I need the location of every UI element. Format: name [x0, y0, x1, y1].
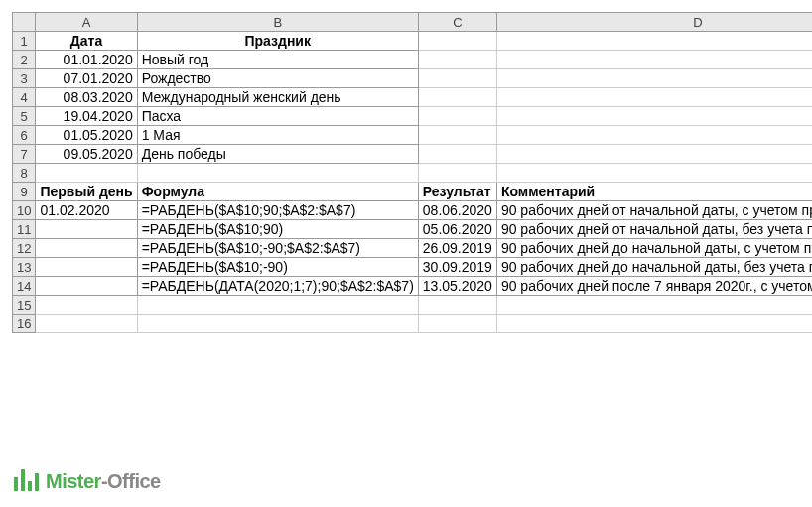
cell[interactable]: 05.06.2020	[418, 220, 496, 239]
cell[interactable]	[496, 145, 812, 164]
cell[interactable]: Новый год	[137, 51, 418, 69]
row-header[interactable]: 12	[13, 239, 36, 258]
cell[interactable]: =РАБДЕНЬ(ДАТА(2020;1;7);90;$A$2:$A$7)	[137, 277, 418, 296]
table-row: 11 =РАБДЕНЬ($A$10;90) 05.06.2020 90 рабо…	[13, 220, 813, 239]
table-row: 15	[13, 296, 813, 315]
row-header[interactable]: 3	[13, 69, 36, 88]
cell[interactable]: 13.05.2020	[418, 277, 496, 296]
logo-bars-icon	[14, 469, 39, 491]
cell[interactable]: 19.04.2020	[36, 107, 137, 126]
row-header[interactable]: 6	[13, 126, 36, 145]
cell[interactable]: =РАБДЕНЬ($A$10;90)	[137, 220, 418, 239]
cell[interactable]	[496, 164, 812, 183]
corner-cell[interactable]	[13, 13, 36, 32]
cell[interactable]: Формула	[137, 183, 418, 201]
row-header[interactable]: 2	[13, 51, 36, 69]
cell[interactable]	[496, 51, 812, 69]
cell[interactable]	[36, 277, 137, 296]
logo-text-mister: Mister	[46, 470, 101, 492]
cell[interactable]	[418, 126, 496, 145]
cell[interactable]	[137, 296, 418, 315]
cell[interactable]	[137, 164, 418, 183]
cell[interactable]: Первый день	[36, 183, 137, 201]
cell[interactable]	[496, 126, 812, 145]
cell[interactable]	[496, 296, 812, 315]
cell[interactable]	[496, 32, 812, 51]
cell[interactable]	[418, 107, 496, 126]
cell[interactable]	[137, 315, 418, 333]
row-header[interactable]: 1	[13, 32, 36, 51]
row-header[interactable]: 5	[13, 107, 36, 126]
cell[interactable]: 90 рабочих дней после 7 января 2020г., с…	[496, 277, 812, 296]
col-header-A[interactable]: A	[36, 13, 137, 32]
cell[interactable]: =РАБДЕНЬ($A$10;-90)	[137, 258, 418, 277]
cell[interactable]	[496, 107, 812, 126]
cell[interactable]	[418, 88, 496, 107]
cell[interactable]: Рождество	[137, 69, 418, 88]
cell[interactable]	[36, 296, 137, 315]
cell[interactable]	[36, 258, 137, 277]
cell[interactable]	[418, 164, 496, 183]
row-header[interactable]: 4	[13, 88, 36, 107]
row-header[interactable]: 11	[13, 220, 36, 239]
cell[interactable]: 90 рабочих дней от начальной даты, с уче…	[496, 201, 812, 220]
cell[interactable]: 08.03.2020	[36, 88, 137, 107]
cell[interactable]: Пасха	[137, 107, 418, 126]
cell[interactable]	[36, 315, 137, 333]
cell[interactable]: 09.05.2020	[36, 145, 137, 164]
table-row: 10 01.02.2020 =РАБДЕНЬ($A$10;90;$A$2:$A$…	[13, 201, 813, 220]
cell[interactable]: Комментарий	[496, 183, 812, 201]
cell[interactable]: 1 Мая	[137, 126, 418, 145]
row-header[interactable]: 10	[13, 201, 36, 220]
cell[interactable]: =РАБДЕНЬ($A$10;-90;$A$2:$A$7)	[137, 239, 418, 258]
cell[interactable]	[36, 220, 137, 239]
cell[interactable]: 30.09.2019	[418, 258, 496, 277]
cell[interactable]	[418, 315, 496, 333]
cell[interactable]	[418, 32, 496, 51]
column-header-row: A B C D	[13, 13, 813, 32]
cell[interactable]: 01.05.2020	[36, 126, 137, 145]
table-row: 6 01.05.2020 1 Мая	[13, 126, 813, 145]
cell[interactable]	[36, 164, 137, 183]
col-header-C[interactable]: C	[418, 13, 496, 32]
cell[interactable]: 26.09.2019	[418, 239, 496, 258]
row-header[interactable]: 15	[13, 296, 36, 315]
row-header[interactable]: 7	[13, 145, 36, 164]
cell[interactable]	[418, 69, 496, 88]
cell[interactable]	[418, 145, 496, 164]
cell[interactable]	[418, 296, 496, 315]
col-header-D[interactable]: D	[496, 13, 812, 32]
table-row: 13 =РАБДЕНЬ($A$10;-90) 30.09.2019 90 раб…	[13, 258, 813, 277]
cell[interactable]: Дата	[36, 32, 137, 51]
cell[interactable]: Праздник	[137, 32, 418, 51]
cell[interactable]: 01.02.2020	[36, 201, 137, 220]
logo-text-office: -Office	[101, 470, 161, 492]
row-header[interactable]: 14	[13, 277, 36, 296]
cell[interactable]: Результат	[418, 183, 496, 201]
cell[interactable]	[496, 315, 812, 333]
cell[interactable]: 07.01.2020	[36, 69, 137, 88]
row-header[interactable]: 8	[13, 164, 36, 183]
cell[interactable]: 90 рабочих дней до начальной даты, без у…	[496, 258, 812, 277]
table-row: 2 01.01.2020 Новый год	[13, 51, 813, 69]
cell[interactable]	[496, 69, 812, 88]
col-header-B[interactable]: B	[137, 13, 418, 32]
cell[interactable]: 90 рабочих дней до начальной даты, с уче…	[496, 239, 812, 258]
table-row: 16	[13, 315, 813, 333]
watermark-logo: Mister-Office	[46, 470, 161, 493]
cell[interactable]	[496, 88, 812, 107]
cell[interactable]	[36, 239, 137, 258]
cell[interactable]: 01.01.2020	[36, 51, 137, 69]
cell[interactable]: Международный женский день	[137, 88, 418, 107]
cell[interactable]: 90 рабочих дней от начальной даты, без у…	[496, 220, 812, 239]
row-header[interactable]: 13	[13, 258, 36, 277]
table-row: 7 09.05.2020 День победы	[13, 145, 813, 164]
cell[interactable]: =РАБДЕНЬ($A$10;90;$A$2:$A$7)	[137, 201, 418, 220]
cell[interactable]: 08.06.2020	[418, 201, 496, 220]
table-row: 12 =РАБДЕНЬ($A$10;-90;$A$2:$A$7) 26.09.2…	[13, 239, 813, 258]
spreadsheet-grid[interactable]: A B C D 1 Дата Праздник 2 01.01.2020 Нов…	[12, 12, 812, 333]
row-header[interactable]: 16	[13, 315, 36, 333]
cell[interactable]: День победы	[137, 145, 418, 164]
row-header[interactable]: 9	[13, 183, 36, 201]
cell[interactable]	[418, 51, 496, 69]
